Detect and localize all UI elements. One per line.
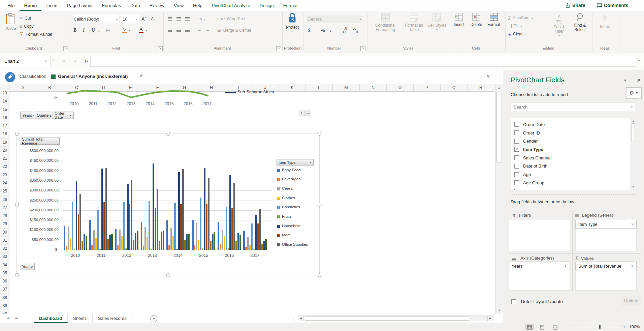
- bar-personal-care-2011[interactable]: [107, 239, 109, 250]
- bar-snacks-2014[interactable]: [186, 234, 188, 250]
- ribbon-tab-page-layout[interactable]: Page Layout: [62, 1, 97, 11]
- bar-baby-food-2014[interactable]: [166, 220, 168, 250]
- horizontal-scroll-thumb[interactable]: [305, 316, 469, 321]
- field-item-gender[interactable]: Gender: [511, 137, 629, 145]
- bar-beverages-2010[interactable]: [66, 246, 67, 250]
- format-painter-button[interactable]: Format Painter: [20, 31, 52, 38]
- axis-pill-years[interactable]: Years▼: [509, 262, 570, 270]
- line-series-green[interactable]: [67, 91, 208, 97]
- row-header-20[interactable]: 20: [0, 147, 9, 155]
- row-header-38[interactable]: 38: [0, 294, 9, 302]
- cancel-formula-icon[interactable]: ✕: [59, 56, 69, 66]
- font-name-select[interactable]: Calibri (Body)⌄: [72, 15, 120, 23]
- bar-clothes-2012[interactable]: [121, 236, 123, 250]
- row-header-30[interactable]: 30: [0, 229, 9, 237]
- zoom-out-icon[interactable]: −: [572, 324, 575, 330]
- add-sheet-icon[interactable]: +: [150, 315, 157, 322]
- bar-vegetables-2013[interactable]: [163, 231, 164, 250]
- bar-personal-care-2016[interactable]: [235, 241, 237, 250]
- bar-household-2015[interactable]: [204, 168, 205, 250]
- ribbon-tab-design[interactable]: Design: [255, 1, 279, 11]
- chart-selection-handle[interactable]: [15, 132, 19, 136]
- grid-horizontal-scrollbar[interactable]: [304, 315, 487, 321]
- autosum-button[interactable]: ΣAutoSum⌄: [508, 14, 533, 22]
- bar-cereal-2017[interactable]: [247, 237, 249, 250]
- bar-household-2017[interactable]: [255, 215, 257, 250]
- fill-button[interactable]: ↓Fill⌄: [508, 22, 522, 30]
- decrease-decimal-button[interactable]: .00→.0: [352, 27, 358, 34]
- bar-personal-care-2013[interactable]: [159, 241, 160, 250]
- bar-beverages-2014[interactable]: [168, 245, 170, 250]
- bar-office-supplies-2011[interactable]: [105, 168, 107, 250]
- conditional-formatting-button[interactable]: Conditional Formatting ⌄: [370, 13, 401, 45]
- format-cells-dropdown-icon[interactable]: ⌄: [486, 27, 502, 30]
- decrease-indent-button[interactable]: ⇤: [197, 27, 201, 34]
- ribbon-tab-help[interactable]: Help: [188, 1, 207, 11]
- edit-classification-icon[interactable]: ✎: [138, 74, 143, 78]
- row-header-35[interactable]: 35: [0, 269, 9, 277]
- values-pill-sum-of-total-revenue[interactable]: Sum of Total Revenue▼: [575, 262, 637, 270]
- defer-layout-checkbox[interactable]: [511, 299, 516, 304]
- field-checkbox[interactable]: [514, 189, 519, 190]
- bar-cereal-2012[interactable]: [119, 230, 121, 250]
- enter-formula-icon[interactable]: ✓: [71, 56, 81, 66]
- bar-beverages-2012[interactable]: [117, 245, 119, 250]
- bar-baby-food-2017[interactable]: [243, 231, 245, 250]
- field-checkbox-age-group[interactable]: [514, 180, 519, 185]
- bar-cereal-2016[interactable]: [222, 230, 223, 250]
- scroll-up-icon[interactable]: ▲: [495, 86, 503, 90]
- legend-label-household[interactable]: Household: [282, 224, 300, 228]
- bar-household-2012[interactable]: [127, 184, 129, 250]
- ribbon-tab-pivotchart-analyze[interactable]: PivotChart Analyze: [207, 1, 255, 11]
- grid-vertical-scrollbar[interactable]: ▲ ▼: [495, 84, 503, 314]
- bar-personal-care-2014[interactable]: [184, 240, 186, 250]
- close-classification-icon[interactable]: ✕: [486, 74, 490, 79]
- row-header-33[interactable]: 33: [0, 253, 9, 261]
- percent-style-button[interactable]: %: [321, 27, 325, 34]
- bar-cosmetics-2013[interactable]: [149, 201, 150, 250]
- align-center-button[interactable]: [176, 27, 181, 34]
- bar-cosmetics-2012[interactable]: [123, 202, 125, 250]
- bar-clothes-2015[interactable]: [198, 240, 200, 250]
- bar-fruits-2010[interactable]: [74, 249, 75, 250]
- row-header-19[interactable]: 19: [0, 139, 9, 147]
- chart-legend-field-button[interactable]: Item Type▼: [277, 159, 314, 166]
- ribbon-tab-file[interactable]: File: [3, 1, 20, 11]
- chart-selection-handle[interactable]: [15, 273, 19, 277]
- clear-button[interactable]: ◈Clear⌄: [508, 30, 526, 38]
- bar-clothes-2013[interactable]: [147, 237, 148, 250]
- field-checkbox-order-id[interactable]: [514, 130, 519, 135]
- bar-vegetables-2012[interactable]: [137, 231, 138, 250]
- bar-fruits-2017[interactable]: [253, 249, 255, 250]
- increase-indent-button[interactable]: ⇥: [206, 27, 210, 34]
- next-sheet-icon[interactable]: ▶: [15, 316, 18, 320]
- bar-household-2011[interactable]: [101, 169, 103, 250]
- clipboard-dialog-launcher[interactable]: ⇲: [63, 46, 68, 51]
- bar-personal-care-2012[interactable]: [133, 240, 135, 250]
- bar-snacks-2013[interactable]: [161, 232, 162, 250]
- page-break-view-button[interactable]: [550, 324, 560, 330]
- bar-fruits-2012[interactable]: [125, 248, 127, 250]
- orientation-button[interactable]: ab⌄: [197, 15, 206, 23]
- underline-dropdown-icon[interactable]: ⌄: [98, 27, 101, 35]
- copy-button[interactable]: ⧉Copy⌄: [20, 23, 37, 30]
- borders-button[interactable]: ⊞⌄: [106, 27, 114, 34]
- bar-fruits-2011[interactable]: [99, 249, 101, 250]
- cell-styles-button[interactable]: Cell Styles ⌄: [427, 13, 447, 45]
- row-header-25[interactable]: 25: [0, 187, 9, 195]
- font-dialog-launcher[interactable]: ⇲: [158, 46, 163, 51]
- chart-selection-handle[interactable]: [318, 203, 321, 206]
- bar-office-supplies-2014[interactable]: [182, 169, 184, 250]
- collapse-field-button[interactable]: −: [305, 111, 311, 116]
- expand-field-button[interactable]: +: [299, 111, 304, 116]
- bar-snacks-2010[interactable]: [84, 234, 85, 250]
- row-header-39[interactable]: 39: [0, 302, 9, 310]
- underline-button[interactable]: U: [92, 27, 95, 34]
- scroll-down-icon[interactable]: ▼: [495, 309, 503, 312]
- bar-cosmetics-2017[interactable]: [251, 223, 253, 250]
- bar-meat-2010[interactable]: [78, 214, 79, 250]
- bar-meat-2015[interactable]: [206, 204, 207, 250]
- field-checkbox-item-type[interactable]: ✓: [514, 147, 519, 152]
- bar-office-supplies-2017[interactable]: [259, 209, 261, 250]
- decrease-font-button[interactable]: A⌄: [151, 15, 157, 23]
